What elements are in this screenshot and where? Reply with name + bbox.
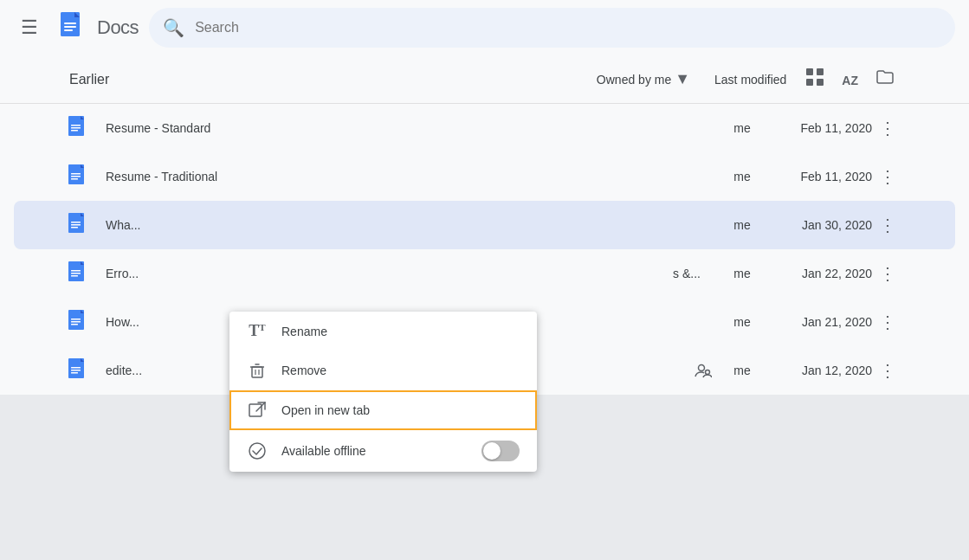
remove-icon (247, 361, 268, 380)
svg-rect-2 (64, 23, 76, 24)
available-offline-label: Available offline (281, 444, 468, 458)
svg-rect-27 (71, 321, 81, 323)
docs-logo-icon (55, 10, 90, 45)
search-input[interactable] (195, 20, 941, 35)
table-row[interactable]: Resume - Standard me Feb 11, 2020 ⋮ (14, 104, 955, 152)
owned-by-label: Owned by me (597, 73, 671, 87)
doc-icon (66, 261, 92, 286)
file-name: Resume - Traditional (106, 170, 716, 183)
available-offline-icon (247, 441, 268, 460)
open-new-tab-label: Open in new tab (281, 403, 520, 417)
doc-icon (66, 309, 92, 335)
table-row[interactable]: Resume - Traditional me Feb 11, 2020 ⋮ (14, 152, 955, 201)
folder-view-icon[interactable] (870, 62, 900, 96)
context-menu-remove[interactable]: Remove (229, 351, 537, 390)
svg-rect-28 (71, 324, 78, 325)
svg-rect-40 (249, 404, 262, 416)
file-owner: me (716, 364, 768, 377)
svg-rect-32 (71, 372, 78, 374)
svg-rect-12 (71, 130, 78, 132)
svg-rect-16 (71, 178, 78, 180)
doc-icon (66, 164, 92, 190)
svg-rect-31 (71, 370, 81, 371)
more-options-button[interactable]: ⋮ (872, 211, 903, 239)
file-date: Jan 21, 2020 (768, 315, 872, 329)
svg-rect-23 (71, 273, 81, 274)
svg-rect-26 (71, 319, 81, 320)
rename-label: Rename (281, 325, 520, 338)
file-owner: me (716, 315, 768, 329)
file-name: Wha... (106, 218, 716, 232)
last-modified-label: Last modified (714, 73, 786, 87)
toggle-knob (483, 442, 501, 460)
context-menu-rename[interactable]: TT Rename (229, 312, 537, 351)
context-menu-available-offline[interactable]: Available offline (229, 430, 537, 472)
sort-az-label: AZ (842, 74, 858, 87)
svg-point-42 (249, 443, 265, 459)
svg-point-34 (706, 370, 710, 375)
toolbar-icons: AZ (800, 62, 900, 96)
hamburger-menu-icon[interactable]: ☰ (14, 10, 45, 46)
file-date: Jan 12, 2020 (768, 364, 872, 377)
svg-rect-5 (806, 68, 813, 75)
svg-rect-10 (71, 125, 81, 126)
svg-rect-24 (71, 275, 78, 277)
svg-point-33 (699, 365, 705, 371)
toolbar: Earlier Owned by me ▼ Last modified AZ (0, 55, 969, 104)
shared-icon (690, 362, 716, 379)
owned-by-filter[interactable]: Owned by me ▼ (586, 65, 701, 93)
svg-rect-14 (71, 173, 81, 175)
table-row[interactable]: Wha... me Jan 30, 2020 ⋮ (14, 201, 955, 249)
file-name: Resume - Standard (106, 121, 716, 135)
file-date: Feb 11, 2020 (768, 170, 872, 183)
svg-rect-19 (71, 224, 81, 226)
doc-icon (66, 115, 92, 141)
search-bar[interactable]: 🔍 (149, 8, 955, 48)
svg-rect-11 (71, 127, 81, 129)
file-owner: me (716, 267, 768, 280)
doc-icon (66, 212, 92, 238)
file-owner: me (716, 170, 768, 183)
svg-rect-7 (806, 79, 813, 86)
remove-label: Remove (281, 364, 520, 377)
svg-rect-3 (64, 26, 76, 28)
more-options-button[interactable]: ⋮ (872, 308, 903, 336)
table-row[interactable]: Erro... s &... me Jan 22, 2020 ⋮ (14, 249, 955, 298)
svg-rect-22 (71, 270, 81, 272)
app-title: Docs (97, 16, 139, 39)
context-menu: TT Rename Remove Open in new tab (229, 312, 537, 472)
more-options-button[interactable]: ⋮ (872, 114, 903, 142)
svg-rect-4 (64, 29, 73, 31)
file-owner: s &... (661, 267, 713, 280)
file-date: Jan 22, 2020 (768, 267, 872, 280)
open-new-tab-icon (247, 401, 268, 420)
section-label: Earlier (69, 72, 586, 87)
svg-rect-30 (71, 367, 81, 369)
svg-rect-6 (817, 68, 824, 75)
more-options-button[interactable]: ⋮ (872, 357, 903, 384)
search-icon: 🔍 (163, 17, 184, 38)
available-offline-toggle[interactable] (481, 441, 520, 461)
file-owner: me (716, 121, 768, 135)
more-options-button[interactable]: ⋮ (872, 260, 903, 287)
rename-icon: TT (247, 322, 268, 340)
file-owner: me (716, 218, 768, 232)
svg-rect-15 (71, 176, 81, 177)
more-options-button[interactable]: ⋮ (872, 163, 903, 190)
context-menu-open-new-tab[interactable]: Open in new tab (229, 390, 537, 430)
file-date: Feb 11, 2020 (768, 121, 872, 135)
file-date: Jan 30, 2020 (768, 218, 872, 232)
dropdown-arrow-icon: ▼ (675, 70, 690, 88)
sort-az-icon[interactable]: AZ (837, 64, 863, 94)
grid-view-icon[interactable] (800, 62, 830, 96)
doc-icon (66, 357, 92, 383)
app-header: ☰ Docs 🔍 (0, 0, 969, 55)
svg-rect-20 (71, 227, 78, 229)
svg-rect-8 (817, 79, 824, 86)
file-name: Erro... (106, 267, 661, 280)
svg-rect-18 (71, 222, 81, 223)
logo-area: Docs (55, 10, 139, 45)
svg-rect-35 (252, 367, 262, 377)
